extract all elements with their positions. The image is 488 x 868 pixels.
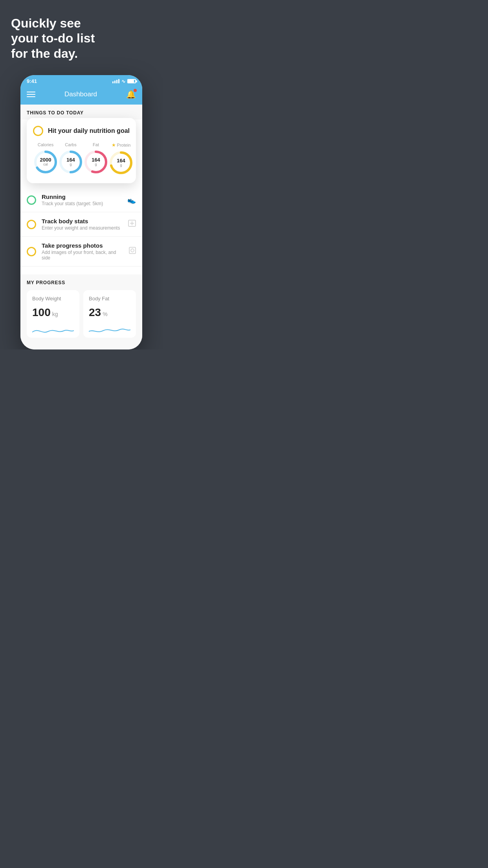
todo-list: Running Track your stats (target: 5km) 👟…: [20, 188, 142, 267]
progress-cards: Body Weight 100 kg Body Fat 23: [27, 290, 136, 346]
carbs-label: Carbs: [65, 142, 76, 147]
running-title: Running: [42, 193, 122, 200]
battery-icon: [127, 79, 136, 83]
status-bar: 9:41 ∿: [20, 75, 142, 86]
phone-mockup: 9:41 ∿ Dashboard 🔔: [20, 75, 142, 349]
calories-ring: 2000 cal: [33, 149, 58, 175]
progress-photos-text: Take progress photos Add images of your …: [42, 242, 123, 261]
signal-bars-icon: [112, 79, 119, 83]
protein-ring: 164 g: [108, 150, 134, 175]
star-icon: ★: [112, 142, 116, 148]
nutrition-protein: ★Protein 164 g: [108, 142, 134, 175]
nutrition-calories: Calories 2000 cal: [33, 142, 58, 175]
calories-unit: cal: [40, 163, 51, 167]
body-weight-wave: [32, 324, 74, 338]
todo-item-body-stats[interactable]: Track body stats Enter your weight and m…: [20, 212, 142, 237]
body-fat-value: 23: [89, 306, 101, 319]
protein-label: ★Protein: [112, 142, 131, 148]
fat-value: 164: [92, 157, 100, 163]
body-fat-value-row: 23 %: [89, 306, 130, 319]
running-text: Running Track your stats (target: 5km): [42, 193, 122, 206]
body-stats-circle: [27, 220, 36, 229]
body-weight-unit: kg: [52, 311, 58, 317]
status-icons: ∿: [112, 79, 136, 84]
nutrition-goal-card: Hit your daily nutrition goal Calories 2…: [27, 118, 136, 183]
fat-label: Fat: [93, 142, 99, 147]
running-icon: 👟: [127, 196, 136, 204]
nutrition-carbs: Carbs 164 g: [58, 142, 83, 175]
fat-ring: 164 g: [83, 149, 108, 175]
body-fat-wave: [89, 324, 130, 338]
notification-dot: [134, 89, 137, 92]
goal-check-circle: [33, 126, 43, 136]
svg-point-12: [131, 249, 134, 252]
time: 9:41: [27, 78, 37, 84]
body-weight-value-row: 100 kg: [32, 306, 74, 319]
body-stats-text: Track body stats Enter your weight and m…: [42, 218, 123, 231]
hero-text: Quickly see your to-do list for the day.: [11, 16, 152, 61]
nutrition-fat: Fat 164 g: [83, 142, 108, 175]
notification-bell[interactable]: 🔔: [126, 90, 136, 99]
nutrition-row: Calories 2000 cal Carbs: [33, 142, 130, 175]
body-weight-title: Body Weight: [32, 296, 74, 302]
body-stats-title: Track body stats: [42, 218, 123, 224]
nav-bar: Dashboard 🔔: [20, 86, 142, 105]
calories-label: Calories: [38, 142, 53, 147]
card-title: Hit your daily nutrition goal: [48, 127, 130, 134]
svg-rect-11: [129, 247, 136, 254]
background: Quickly see your to-do list for the day.…: [0, 0, 163, 349]
nav-title: Dashboard: [64, 90, 97, 98]
running-subtitle: Track your stats (target: 5km): [42, 201, 122, 206]
progress-heading: MY PROGRESS: [27, 280, 136, 285]
body-fat-unit: %: [103, 311, 107, 317]
card-header: Hit your daily nutrition goal: [33, 126, 130, 136]
body-stats-icon: [128, 220, 136, 229]
carbs-value: 164: [66, 157, 75, 163]
carbs-unit: g: [66, 163, 75, 167]
carbs-ring: 164 g: [58, 149, 83, 175]
body-weight-value: 100: [32, 306, 51, 319]
hamburger-menu[interactable]: [27, 92, 35, 97]
protein-unit: g: [117, 164, 125, 167]
wifi-icon: ∿: [121, 79, 125, 84]
body-weight-card[interactable]: Body Weight 100 kg: [27, 290, 79, 338]
protein-value: 164: [117, 158, 125, 164]
todo-item-progress-photos[interactable]: Take progress photos Add images of your …: [20, 237, 142, 267]
todo-item-running[interactable]: Running Track your stats (target: 5km) 👟: [20, 188, 142, 212]
progress-photos-subtitle: Add images of your front, back, and side: [42, 250, 123, 261]
progress-section: MY PROGRESS Body Weight 100 kg: [20, 274, 142, 349]
running-circle: [27, 195, 36, 205]
body-fat-card[interactable]: Body Fat 23 %: [83, 290, 136, 338]
progress-photos-title: Take progress photos: [42, 242, 123, 249]
body-stats-subtitle: Enter your weight and measurements: [42, 225, 123, 231]
calories-value: 2000: [40, 157, 51, 163]
things-to-do-heading: THINGS TO DO TODAY: [20, 105, 142, 120]
body-fat-title: Body Fat: [89, 296, 130, 302]
progress-photos-icon: [129, 247, 136, 256]
fat-unit: g: [92, 163, 100, 167]
progress-photos-circle: [27, 247, 36, 256]
